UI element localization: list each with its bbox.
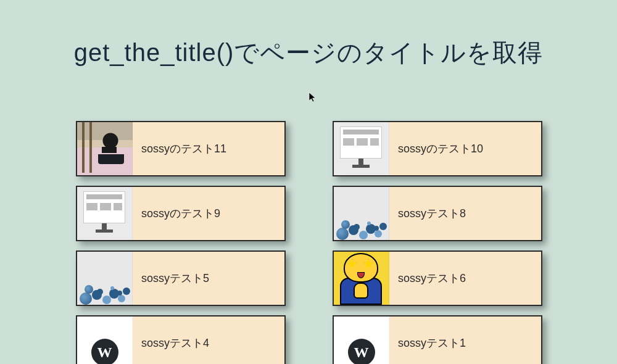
post-title: sossyテスト4 bbox=[141, 336, 209, 350]
cursor-icon bbox=[308, 92, 317, 103]
wordpress-icon bbox=[91, 339, 118, 364]
post-card[interactable]: sossyテスト8 bbox=[333, 186, 542, 241]
post-thumbnail-icon bbox=[334, 250, 389, 306]
post-title: sossyのテスト11 bbox=[141, 141, 226, 156]
post-card[interactable]: sossyテスト4 bbox=[76, 315, 286, 364]
post-thumbnail-icon bbox=[77, 186, 133, 241]
wordpress-icon bbox=[348, 339, 375, 364]
post-thumbnail-icon bbox=[77, 121, 133, 176]
post-title: sossyテスト5 bbox=[141, 271, 209, 286]
post-card[interactable]: sossyのテスト10 bbox=[333, 121, 542, 176]
post-thumbnail-icon bbox=[77, 250, 133, 306]
post-title: sossyテスト8 bbox=[398, 206, 466, 221]
post-thumbnail-icon bbox=[77, 315, 133, 364]
post-card[interactable]: sossyのテスト11 bbox=[76, 121, 286, 176]
post-card[interactable]: sossyテスト1 bbox=[333, 315, 542, 364]
post-title: sossyテスト6 bbox=[398, 271, 466, 286]
post-card[interactable]: sossyテスト5 bbox=[76, 250, 286, 306]
post-card[interactable]: sossyテスト6 bbox=[333, 250, 542, 306]
post-grid: sossyのテスト11 sossyのテスト10 sossyのテスト9 sossy… bbox=[76, 121, 542, 364]
post-thumbnail-icon bbox=[334, 315, 389, 364]
post-thumbnail-icon bbox=[334, 121, 389, 176]
post-title: sossyのテスト10 bbox=[398, 141, 483, 156]
page-title: get_the_title()でページのタイトルを取得 bbox=[0, 36, 617, 70]
post-card[interactable]: sossyのテスト9 bbox=[76, 186, 286, 241]
post-thumbnail-icon bbox=[334, 186, 389, 241]
post-title: sossyのテスト9 bbox=[141, 206, 220, 221]
post-title: sossyテスト1 bbox=[398, 336, 466, 350]
